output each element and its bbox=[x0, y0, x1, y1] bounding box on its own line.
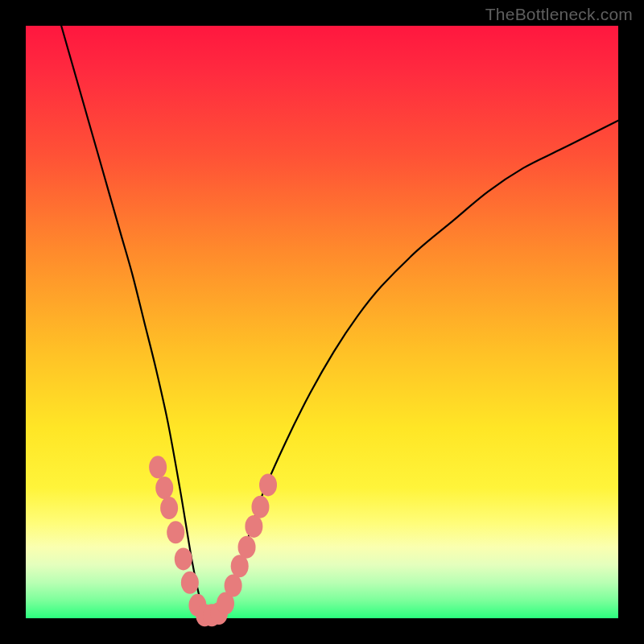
curve-marker bbox=[251, 496, 269, 518]
curve-marker bbox=[245, 515, 262, 538]
curve-marker bbox=[167, 521, 184, 543]
marker-group bbox=[149, 456, 277, 626]
curve-marker bbox=[225, 575, 242, 597]
bottleneck-curve bbox=[61, 26, 618, 619]
curve-marker bbox=[149, 456, 167, 478]
curve-marker bbox=[160, 497, 178, 519]
curve-marker bbox=[181, 572, 199, 594]
chart-frame: TheBottleneck.com bbox=[0, 0, 644, 644]
plot-area bbox=[26, 26, 618, 618]
curve-marker bbox=[238, 536, 256, 559]
curve-marker bbox=[175, 547, 192, 570]
curve-svg bbox=[26, 26, 618, 618]
curve-marker bbox=[155, 477, 173, 499]
watermark-text: TheBottleneck.com bbox=[485, 5, 633, 24]
curve-marker bbox=[259, 473, 277, 496]
